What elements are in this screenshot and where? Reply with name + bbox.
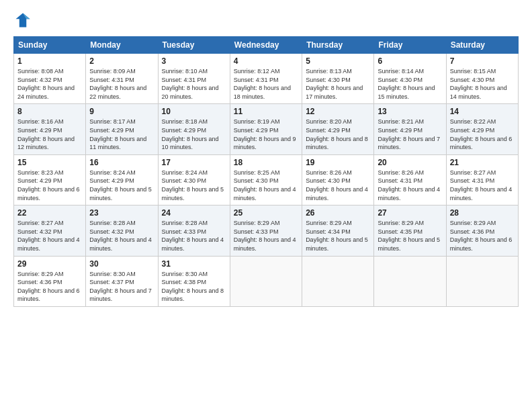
day-info: Sunrise: 8:26 AM Sunset: 4:31 PM Dayligh…	[378, 169, 442, 202]
calendar-day-cell: 1 Sunrise: 8:08 AM Sunset: 4:32 PM Dayli…	[14, 54, 86, 104]
calendar-day-cell: 27 Sunrise: 8:29 AM Sunset: 4:35 PM Dayl…	[374, 205, 446, 256]
calendar-day-cell: 18 Sunrise: 8:25 AM Sunset: 4:30 PM Dayl…	[230, 154, 302, 205]
day-number: 15	[17, 158, 82, 167]
day-number: 10	[162, 107, 226, 116]
day-info: Sunrise: 8:08 AM Sunset: 4:32 PM Dayligh…	[17, 67, 82, 101]
day-number: 11	[234, 107, 298, 116]
day-info: Sunrise: 8:24 AM Sunset: 4:30 PM Dayligh…	[162, 169, 226, 202]
empty-cell	[374, 256, 446, 306]
day-info: Sunrise: 8:23 AM Sunset: 4:29 PM Dayligh…	[17, 169, 82, 202]
day-number: 25	[234, 208, 298, 218]
col-sunday: Sunday	[14, 37, 86, 54]
day-info: Sunrise: 8:20 AM Sunset: 4:29 PM Dayligh…	[306, 118, 370, 151]
day-number: 7	[450, 56, 515, 66]
day-info: Sunrise: 8:30 AM Sunset: 4:38 PM Dayligh…	[162, 270, 226, 304]
calendar-day-cell: 12 Sunrise: 8:20 AM Sunset: 4:29 PM Dayl…	[302, 104, 374, 154]
day-info: Sunrise: 8:19 AM Sunset: 4:29 PM Dayligh…	[234, 118, 298, 151]
calendar-day-cell: 22 Sunrise: 8:27 AM Sunset: 4:32 PM Dayl…	[14, 205, 86, 256]
day-info: Sunrise: 8:28 AM Sunset: 4:33 PM Dayligh…	[162, 219, 226, 253]
calendar-day-cell: 28 Sunrise: 8:29 AM Sunset: 4:36 PM Dayl…	[446, 205, 518, 256]
calendar-day-cell: 4 Sunrise: 8:12 AM Sunset: 4:31 PM Dayli…	[230, 54, 302, 104]
header	[13, 11, 519, 30]
day-number: 21	[450, 158, 515, 167]
day-info: Sunrise: 8:29 AM Sunset: 4:36 PM Dayligh…	[450, 219, 515, 253]
calendar-day-cell: 31 Sunrise: 8:30 AM Sunset: 4:38 PM Dayl…	[158, 256, 230, 306]
day-info: Sunrise: 8:29 AM Sunset: 4:35 PM Dayligh…	[378, 219, 442, 253]
day-number: 5	[306, 56, 370, 66]
calendar-day-cell: 13 Sunrise: 8:21 AM Sunset: 4:29 PM Dayl…	[374, 104, 446, 154]
day-number: 8	[17, 107, 82, 116]
calendar-day-cell: 11 Sunrise: 8:19 AM Sunset: 4:29 PM Dayl…	[230, 104, 302, 154]
calendar-table: Sunday Monday Tuesday Wednesday Thursday…	[13, 36, 519, 307]
calendar-day-cell: 17 Sunrise: 8:24 AM Sunset: 4:30 PM Dayl…	[158, 154, 230, 205]
day-info: Sunrise: 8:29 AM Sunset: 4:34 PM Dayligh…	[306, 219, 370, 253]
calendar-day-cell: 10 Sunrise: 8:18 AM Sunset: 4:29 PM Dayl…	[158, 104, 230, 154]
day-info: Sunrise: 8:30 AM Sunset: 4:37 PM Dayligh…	[89, 270, 154, 304]
col-wednesday: Wednesday	[230, 37, 302, 54]
day-info: Sunrise: 8:16 AM Sunset: 4:29 PM Dayligh…	[17, 118, 82, 151]
calendar-week-row: 1 Sunrise: 8:08 AM Sunset: 4:32 PM Dayli…	[14, 54, 519, 104]
day-info: Sunrise: 8:10 AM Sunset: 4:31 PM Dayligh…	[162, 67, 226, 101]
calendar-day-cell: 30 Sunrise: 8:30 AM Sunset: 4:37 PM Dayl…	[86, 256, 158, 306]
calendar-day-cell: 6 Sunrise: 8:14 AM Sunset: 4:30 PM Dayli…	[374, 54, 446, 104]
day-info: Sunrise: 8:27 AM Sunset: 4:32 PM Dayligh…	[17, 219, 82, 253]
calendar-week-row: 29 Sunrise: 8:29 AM Sunset: 4:36 PM Dayl…	[14, 256, 519, 306]
day-info: Sunrise: 8:29 AM Sunset: 4:36 PM Dayligh…	[17, 270, 82, 304]
calendar-week-row: 22 Sunrise: 8:27 AM Sunset: 4:32 PM Dayl…	[14, 205, 519, 256]
page: Sunday Monday Tuesday Wednesday Thursday…	[0, 0, 532, 411]
calendar-day-cell: 8 Sunrise: 8:16 AM Sunset: 4:29 PM Dayli…	[14, 104, 86, 154]
day-number: 18	[234, 158, 298, 167]
day-number: 17	[162, 158, 226, 167]
calendar-day-cell: 3 Sunrise: 8:10 AM Sunset: 4:31 PM Dayli…	[158, 54, 230, 104]
col-friday: Friday	[374, 37, 446, 54]
day-number: 22	[17, 208, 82, 218]
calendar-day-cell: 21 Sunrise: 8:27 AM Sunset: 4:31 PM Dayl…	[446, 154, 518, 205]
day-number: 13	[378, 107, 442, 116]
day-number: 6	[378, 56, 442, 66]
day-info: Sunrise: 8:24 AM Sunset: 4:29 PM Dayligh…	[89, 169, 154, 202]
day-number: 2	[89, 56, 154, 66]
day-number: 30	[89, 259, 154, 269]
day-number: 4	[234, 56, 298, 66]
empty-cell	[446, 256, 518, 306]
calendar-day-cell: 20 Sunrise: 8:26 AM Sunset: 4:31 PM Dayl…	[374, 154, 446, 205]
col-saturday: Saturday	[446, 37, 518, 54]
day-number: 16	[89, 158, 154, 167]
day-number: 19	[306, 158, 370, 167]
calendar-day-cell: 2 Sunrise: 8:09 AM Sunset: 4:31 PM Dayli…	[86, 54, 158, 104]
day-info: Sunrise: 8:14 AM Sunset: 4:30 PM Dayligh…	[378, 67, 442, 101]
day-info: Sunrise: 8:25 AM Sunset: 4:30 PM Dayligh…	[234, 169, 298, 202]
calendar-day-cell: 7 Sunrise: 8:15 AM Sunset: 4:30 PM Dayli…	[446, 54, 518, 104]
calendar-week-row: 15 Sunrise: 8:23 AM Sunset: 4:29 PM Dayl…	[14, 154, 519, 205]
day-info: Sunrise: 8:22 AM Sunset: 4:29 PM Dayligh…	[450, 118, 515, 151]
day-number: 3	[162, 56, 226, 66]
day-info: Sunrise: 8:18 AM Sunset: 4:29 PM Dayligh…	[162, 118, 226, 151]
calendar-day-cell: 14 Sunrise: 8:22 AM Sunset: 4:29 PM Dayl…	[446, 104, 518, 154]
day-info: Sunrise: 8:09 AM Sunset: 4:31 PM Dayligh…	[89, 67, 154, 101]
col-monday: Monday	[86, 37, 158, 54]
day-info: Sunrise: 8:27 AM Sunset: 4:31 PM Dayligh…	[450, 169, 515, 202]
day-number: 27	[378, 208, 442, 218]
calendar-day-cell: 19 Sunrise: 8:26 AM Sunset: 4:30 PM Dayl…	[302, 154, 374, 205]
empty-cell	[302, 256, 374, 306]
logo	[13, 11, 35, 30]
logo-icon	[13, 11, 32, 30]
day-number: 24	[162, 208, 226, 218]
empty-cell	[230, 256, 302, 306]
day-number: 12	[306, 107, 370, 116]
calendar-day-cell: 25 Sunrise: 8:29 AM Sunset: 4:33 PM Dayl…	[230, 205, 302, 256]
calendar-day-cell: 9 Sunrise: 8:17 AM Sunset: 4:29 PM Dayli…	[86, 104, 158, 154]
calendar-day-cell: 15 Sunrise: 8:23 AM Sunset: 4:29 PM Dayl…	[14, 154, 86, 205]
day-info: Sunrise: 8:26 AM Sunset: 4:30 PM Dayligh…	[306, 169, 370, 202]
svg-marker-0	[16, 13, 30, 28]
calendar-day-cell: 16 Sunrise: 8:24 AM Sunset: 4:29 PM Dayl…	[86, 154, 158, 205]
day-info: Sunrise: 8:28 AM Sunset: 4:32 PM Dayligh…	[89, 219, 154, 253]
calendar-header-row: Sunday Monday Tuesday Wednesday Thursday…	[14, 37, 519, 54]
col-tuesday: Tuesday	[158, 37, 230, 54]
calendar-week-row: 8 Sunrise: 8:16 AM Sunset: 4:29 PM Dayli…	[14, 104, 519, 154]
day-info: Sunrise: 8:15 AM Sunset: 4:30 PM Dayligh…	[450, 67, 515, 101]
calendar-day-cell: 5 Sunrise: 8:13 AM Sunset: 4:30 PM Dayli…	[302, 54, 374, 104]
day-info: Sunrise: 8:13 AM Sunset: 4:30 PM Dayligh…	[306, 67, 370, 101]
calendar-day-cell: 23 Sunrise: 8:28 AM Sunset: 4:32 PM Dayl…	[86, 205, 158, 256]
day-number: 14	[450, 107, 515, 116]
